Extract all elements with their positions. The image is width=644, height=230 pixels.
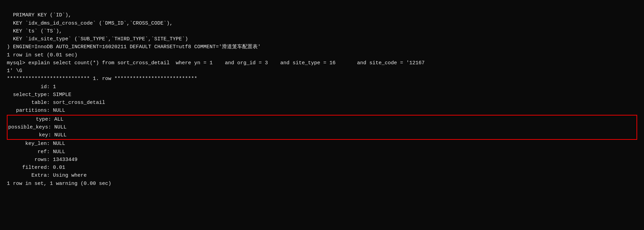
terminal-line-line19: ref: NULL (7, 148, 637, 156)
terminal-line-line22: Extra: Using where (7, 172, 637, 179)
terminal-line-line4: KEY `idx_site_type` (`SUB_TYPE`,`THIRD_T… (7, 35, 637, 43)
terminal-line-line6: 1 row in set (0.01 sec) (7, 51, 637, 59)
terminal-line-line13: table: sort_cross_detail (7, 99, 637, 107)
terminal-line-line20: rows: 13433449 (7, 156, 637, 164)
terminal-line-line23: 1 row in set, 1 warning (0.00 sec) (7, 180, 637, 188)
highlighted-row: type: ALL (7, 115, 637, 123)
terminal-output: PRIMARY KEY (`ID`), KEY `idx_dms_id_cros… (7, 3, 637, 188)
highlighted-row: key: NULL (7, 131, 637, 140)
terminal-line-line18: key_len: NULL (7, 140, 637, 148)
terminal-line-line10: *************************** 1. row *****… (7, 75, 637, 83)
terminal-line-line9: 1' \G (7, 67, 637, 75)
terminal-line-line16_keys: possible_keys: NULL (7, 123, 637, 131)
highlighted-row: possible_keys: NULL (7, 123, 637, 131)
terminal-line-line14: partitions: NULL (7, 107, 637, 114)
terminal-line-line15_type: type: ALL (7, 115, 637, 123)
terminal-line-line17_key: key: NULL (7, 131, 637, 140)
terminal-line-line8: mysql> explain select count(*) from sort… (7, 59, 637, 67)
terminal-line-line1: PRIMARY KEY (`ID`), (7, 11, 637, 19)
terminal-line-line12: select_type: SIMPLE (7, 91, 637, 99)
terminal-line-line2: KEY `idx_dms_id_cross_code` (`DMS_ID`,`C… (7, 19, 637, 27)
terminal-line-line21: filtered: 0.01 (7, 164, 637, 172)
terminal-line-line3: KEY `ts` (`TS`), (7, 27, 637, 35)
terminal-line-line11: id: 1 (7, 83, 637, 91)
terminal-line-line5: ) ENGINE=InnoDB AUTO_INCREMENT=16020211 … (7, 43, 637, 51)
